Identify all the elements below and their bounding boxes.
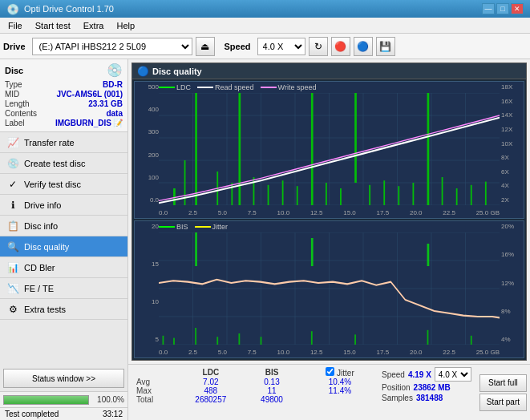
samples-val: 381488 bbox=[416, 394, 443, 402]
read-speed-legend-label: Read speed bbox=[215, 83, 254, 91]
position-val: 23862 MB bbox=[414, 383, 451, 392]
svg-rect-57 bbox=[261, 337, 262, 345]
window-controls: — □ ✕ bbox=[482, 3, 524, 14]
title-bar: 💿 Opti Drive Control 1.70 — □ ✕ bbox=[0, 0, 530, 18]
drive-info-icon: ℹ bbox=[6, 200, 19, 211]
maximize-button[interactable]: □ bbox=[496, 3, 509, 14]
svg-rect-33 bbox=[427, 93, 430, 205]
nav-create-test-disc[interactable]: 💿 Create test disc bbox=[0, 153, 127, 174]
nav-disc-quality[interactable]: 🔍 Disc quality bbox=[0, 236, 127, 257]
contents-label: Contents bbox=[5, 109, 37, 118]
create-disc-icon: 💿 bbox=[6, 158, 19, 169]
ldc-y-axis-right: 18X 16X 14X 12X 10X 8X 6X 4X 2X bbox=[500, 82, 524, 205]
disc-label: Disc bbox=[5, 66, 23, 75]
menu-extra[interactable]: Extra bbox=[79, 19, 109, 32]
ldc-header: LDC bbox=[176, 367, 245, 378]
max-jitter: 11.4% bbox=[308, 386, 372, 395]
length-value: 23.31 GB bbox=[88, 99, 123, 108]
quality-panel: 🔵 Disc quality LDC Read speed bbox=[131, 63, 527, 361]
svg-rect-37 bbox=[485, 182, 487, 205]
charts-container: LDC Read speed Write speed 500 bbox=[132, 79, 526, 360]
nav-extra-tests[interactable]: ⚙ Extra tests bbox=[0, 299, 127, 320]
speed-key: Speed bbox=[382, 370, 405, 379]
type-label: Type bbox=[5, 80, 22, 89]
jitter-check-cell[interactable]: Jitter bbox=[308, 367, 372, 378]
time-text: 33:12 bbox=[103, 410, 123, 418]
svg-rect-29 bbox=[369, 185, 370, 205]
icon1-button[interactable]: 🔴 bbox=[331, 37, 350, 56]
jitter-color bbox=[195, 226, 211, 228]
disc-info-icon: 📋 bbox=[6, 220, 19, 232]
content-area: 🔵 Disc quality LDC Read speed bbox=[128, 59, 530, 420]
refresh-button[interactable]: ↻ bbox=[309, 37, 328, 56]
svg-rect-25 bbox=[311, 93, 314, 205]
jitter-legend-item: Jitter bbox=[195, 223, 229, 231]
label-edit-icon[interactable]: 📝 bbox=[113, 119, 123, 127]
progress-bar-fill bbox=[4, 396, 88, 404]
speed-val: 4.19 X bbox=[408, 370, 431, 379]
bis-legend-item: BIS bbox=[159, 223, 188, 231]
nav-drive-info[interactable]: ℹ Drive info bbox=[0, 195, 127, 216]
svg-rect-62 bbox=[195, 232, 197, 266]
ldc-chart-area bbox=[159, 93, 500, 205]
status-text-bar: Test completed 33:12 bbox=[0, 407, 127, 420]
contents-value: data bbox=[106, 109, 123, 118]
mid-label: MID bbox=[5, 90, 19, 99]
nav-fe-te[interactable]: 📉 FE / TE bbox=[0, 278, 127, 299]
svg-rect-22 bbox=[268, 185, 269, 205]
jitter-legend-label: Jitter bbox=[212, 223, 229, 231]
drive-select[interactable]: (E:) ATAPI iHBS212 2 5L09 bbox=[32, 38, 192, 55]
menu-start-test[interactable]: Start test bbox=[30, 19, 75, 32]
status-window-button[interactable]: Status window >> bbox=[3, 369, 124, 388]
svg-rect-60 bbox=[427, 330, 429, 345]
close-button[interactable]: ✕ bbox=[511, 3, 524, 14]
bis-y-axis-right: 20% 16% 12% 8% 4% bbox=[500, 221, 524, 345]
bis-x-axis: 0.0 2.5 5.0 7.5 10.0 12.5 15.0 17.5 20.0… bbox=[159, 349, 500, 356]
avg-jitter: 10.4% bbox=[308, 378, 372, 386]
eject-button[interactable]: ⏏ bbox=[196, 37, 215, 56]
svg-rect-15 bbox=[173, 188, 176, 205]
bis-legend-label: BIS bbox=[176, 223, 188, 231]
nav-transfer-rate[interactable]: 📈 Transfer rate bbox=[0, 132, 127, 153]
minimize-button[interactable]: — bbox=[482, 3, 495, 14]
svg-rect-26 bbox=[326, 183, 327, 205]
ldc-x-axis: 0.0 2.5 5.0 7.5 10.0 12.5 15.0 17.5 20.0… bbox=[159, 209, 500, 216]
svg-rect-63 bbox=[311, 238, 314, 266]
extra-tests-icon: ⚙ bbox=[6, 304, 19, 315]
samples-key: Samples bbox=[382, 394, 413, 402]
type-value: BD-R bbox=[103, 80, 123, 89]
speed-select[interactable]: 4.0 X bbox=[257, 38, 305, 55]
svg-rect-64 bbox=[427, 244, 430, 266]
jitter-header: Jitter bbox=[337, 369, 354, 378]
svg-rect-53 bbox=[173, 338, 175, 345]
svg-rect-55 bbox=[216, 337, 218, 345]
svg-rect-17 bbox=[195, 93, 197, 205]
save-button[interactable]: 💾 bbox=[376, 37, 395, 56]
avg-label: Avg bbox=[133, 378, 176, 386]
menu-bar: File Start test Extra Help bbox=[0, 18, 530, 34]
main-layout: Disc 💿 Type BD-R MID JVC-AMS6L (001) Len… bbox=[0, 59, 530, 420]
speed-select-stats[interactable]: 4.0 X bbox=[435, 367, 471, 382]
svg-rect-34 bbox=[442, 177, 443, 205]
bis-svg bbox=[159, 232, 500, 345]
menu-help[interactable]: Help bbox=[111, 19, 140, 32]
stats-panel: LDC BIS Jitter Avg 7.02 0.13 bbox=[128, 364, 530, 420]
icon2-button[interactable]: 🔵 bbox=[354, 37, 373, 56]
svg-rect-54 bbox=[195, 328, 196, 345]
cd-bler-icon: 📊 bbox=[6, 262, 19, 273]
nav-cd-bler[interactable]: 📊 CD Bler bbox=[0, 257, 127, 278]
jitter-checkbox[interactable] bbox=[326, 367, 334, 376]
toolbar: Drive (E:) ATAPI iHBS212 2 5L09 ⏏ Speed … bbox=[0, 34, 530, 59]
disc-panel-icon: 💿 bbox=[107, 63, 123, 78]
menu-file[interactable]: File bbox=[3, 19, 27, 32]
sidebar: Disc 💿 Type BD-R MID JVC-AMS6L (001) Len… bbox=[0, 59, 128, 420]
start-part-button[interactable]: Start part bbox=[479, 394, 527, 411]
start-full-button[interactable]: Start full bbox=[479, 374, 527, 392]
svg-rect-24 bbox=[297, 186, 298, 205]
svg-rect-61 bbox=[471, 336, 472, 345]
write-speed-legend-label: Write speed bbox=[278, 83, 317, 91]
svg-rect-58 bbox=[311, 331, 313, 345]
nav-disc-info[interactable]: 📋 Disc info bbox=[0, 216, 127, 236]
nav-verify-test-disc[interactable]: ✓ Verify test disc bbox=[0, 174, 127, 195]
bis-chart-area bbox=[159, 232, 500, 345]
